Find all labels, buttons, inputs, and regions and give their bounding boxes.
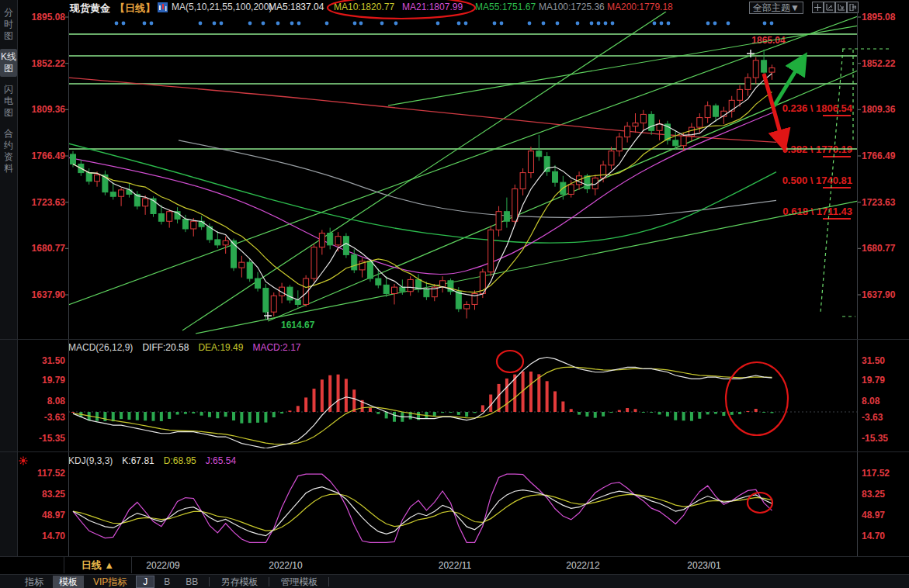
kdj-d-value: D:68.95 <box>164 455 196 466</box>
macd-hist-bar <box>345 379 348 412</box>
macd-hist-bar <box>95 412 99 421</box>
signal-dot <box>660 22 664 26</box>
macd-hist-bar <box>112 412 115 421</box>
macd-hist-bar <box>216 412 219 418</box>
signal-dot <box>590 22 594 26</box>
macd-hist-bar <box>425 412 428 418</box>
macd-value: MACD:2.17 <box>252 342 300 353</box>
symbol-title: 现货黄金 <box>70 2 110 16</box>
price-axis-label-left: 1637.90 <box>23 289 65 300</box>
ma21-line <box>68 111 776 274</box>
macd-axis-label-right: -15.35 <box>862 433 888 444</box>
macd-hist-bar <box>505 379 508 412</box>
ma-group-label: MA(5,10,21,55,100,200) <box>172 2 272 12</box>
macd-hist-bar <box>337 375 340 412</box>
sidebar-item-2[interactable]: K线图 <box>0 49 17 77</box>
macd-hist-bar <box>376 412 380 414</box>
macd-hist-bar <box>474 412 477 413</box>
candlestick-chart-icon[interactable] <box>158 2 168 15</box>
kdj-header: KDJ(9,3,3) K:67.81 D:68.95 J:65.54 <box>68 455 236 466</box>
macd-hist-bar <box>690 412 693 421</box>
macd-hist-bar <box>634 409 637 412</box>
pane-layout-left-icon[interactable] <box>824 2 835 13</box>
period-selector-button[interactable]: 日线 ▲ <box>64 557 132 573</box>
macd-hist-bar <box>481 405 484 412</box>
macd-hist-bar <box>385 412 388 418</box>
macd-hist-bar <box>88 412 91 420</box>
sidebar-item-4[interactable]: 合约资料 <box>0 126 17 177</box>
sidebar-item-3[interactable]: 闪电图 <box>0 81 17 121</box>
signal-dot <box>770 22 774 26</box>
macd-hist-bar <box>417 412 420 420</box>
time-axis-date: 2022/10 <box>255 560 317 571</box>
exit-view-icon[interactable] <box>847 2 859 13</box>
ma-value-3: MA21:1807.99 <box>402 2 463 12</box>
macd-hist-bar <box>449 412 452 413</box>
indicator-header: 现货黄金 【日线】 MA(5,10,21,55,100,200) 全部主题▼ M… <box>0 0 909 14</box>
pane-frame <box>0 12 909 575</box>
kdj-j-value: J:65.54 <box>206 455 236 466</box>
signal-dot <box>143 22 147 26</box>
macd-hist-bar <box>208 412 211 417</box>
fib-underline <box>823 187 851 189</box>
tab-VIP指标[interactable]: VIP指标 <box>87 576 133 588</box>
bullish-arrow <box>774 62 801 106</box>
move-icon[interactable] <box>812 2 824 13</box>
macd-hist-bar <box>522 372 525 412</box>
tab-J[interactable]: J <box>136 576 154 588</box>
tab-指标[interactable]: 指标 <box>19 576 50 588</box>
signal-dot <box>122 22 126 26</box>
ma-value-5: MA100:1725.36 <box>539 2 605 12</box>
macd-hist-bar <box>537 374 540 412</box>
macd-hist-bar <box>755 409 758 412</box>
signal-dot <box>394 22 398 26</box>
signal-dot <box>359 22 363 26</box>
macd-hist-bar <box>618 410 621 412</box>
signal-dot <box>542 22 546 26</box>
macd-hist-bar <box>304 397 307 412</box>
macd-hist-bar <box>264 412 267 423</box>
fib-underline <box>823 218 851 220</box>
macd-axis-label-left: -15.35 <box>23 433 65 444</box>
theme-selector-button[interactable]: 全部主题▼ <box>749 2 803 14</box>
kdj-axis-label-right: 83.25 <box>862 489 885 500</box>
tab-BB[interactable]: BB <box>179 576 204 588</box>
macd-hist-bar <box>609 412 612 413</box>
signal-dot <box>353 22 357 26</box>
tab-模板[interactable]: 模板 <box>53 576 84 588</box>
macd-hist-bar <box>288 410 291 412</box>
macd-hist-bar <box>714 412 717 414</box>
macd-axis-label-left: 8.08 <box>23 396 65 406</box>
price-axis-label-left: 1680.77 <box>23 243 65 254</box>
kdj-k-line <box>73 487 772 536</box>
kdj-title: KDJ(9,3,3) <box>68 455 113 466</box>
macd-hist-bar <box>136 412 139 420</box>
kdj-axis-label-right: 14.70 <box>862 531 885 541</box>
macd-hist-bar <box>328 375 331 412</box>
macd-hist-bar <box>762 412 765 413</box>
drawn-lines <box>68 12 909 334</box>
macd-hist-bar <box>144 412 147 420</box>
chart-canvas[interactable] <box>0 0 909 588</box>
macd-hist-bar <box>361 400 364 412</box>
macd-diff-value: DIFF:20.58 <box>142 342 189 353</box>
pane-layout-right-icon[interactable] <box>835 2 847 13</box>
macd-hist-bar <box>369 408 372 412</box>
signal-dot <box>763 22 767 26</box>
tab-B[interactable]: B <box>158 576 176 588</box>
macd-hist-bar <box>192 412 195 413</box>
price-axis-label-right: 1766.49 <box>862 150 895 161</box>
macd-pane <box>68 358 858 448</box>
signal-dot <box>276 22 280 26</box>
macd-axis-label-right: 8.08 <box>862 396 880 406</box>
tab-管理模板[interactable]: 管理模板 <box>274 576 324 588</box>
macd-axis-label-right: -3.63 <box>862 412 883 423</box>
macd-hist-bar <box>168 412 171 419</box>
signal-dot <box>290 22 294 26</box>
tab-另存模板[interactable]: 另存模板 <box>214 576 264 588</box>
signal-dot <box>150 22 154 26</box>
highlight-circle <box>748 493 772 513</box>
macd-hist-bar <box>297 406 300 412</box>
time-axis-date: 2022/11 <box>424 560 486 571</box>
price-axis-label-left: 1809.36 <box>23 104 65 115</box>
